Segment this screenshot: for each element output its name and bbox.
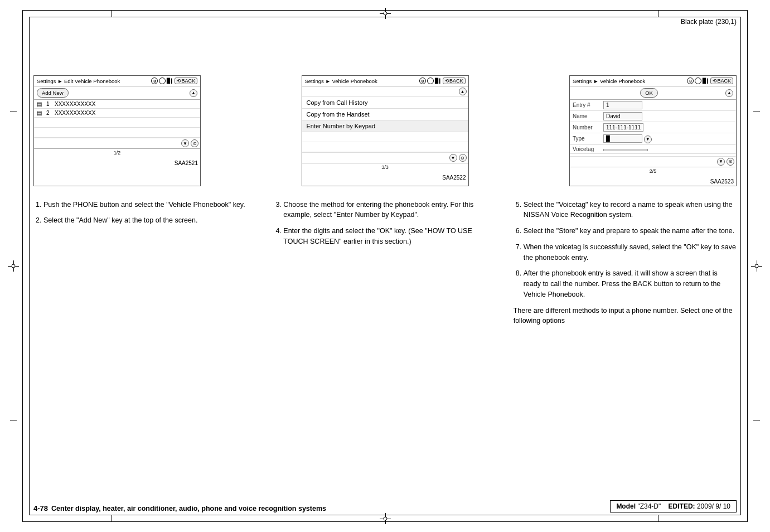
entry1-name: XXXXXXXXXXX bbox=[55, 101, 95, 107]
screen2-scroll-area: ▼ ⊙ bbox=[302, 152, 468, 163]
back-icon[interactable]: ⟲BACK bbox=[175, 78, 197, 84]
add-new-button[interactable]: Add New bbox=[37, 88, 69, 98]
footer-bar: 4-78 Center display, heater, air conditi… bbox=[33, 500, 737, 512]
entry-row-1[interactable]: ▤ 1 XXXXXXXXXXX bbox=[34, 100, 200, 109]
crosshair-bottom-center bbox=[380, 513, 391, 524]
screen1-icons: 8 ▉ ▎ ⟲BACK bbox=[151, 78, 197, 84]
scroll-home-btn-screen1[interactable]: ⊙ bbox=[191, 139, 198, 147]
field-type-value[interactable]: ▉ bbox=[603, 134, 642, 143]
screen3-saa: SAA2523 bbox=[570, 177, 736, 186]
tick-left-top bbox=[10, 112, 17, 112]
screen2-up-area: ▲ bbox=[302, 86, 468, 97]
footer-page-info: 4-78 Center display, heater, air conditi… bbox=[33, 504, 326, 512]
back-icon2[interactable]: ⟲BACK bbox=[443, 78, 466, 84]
entry2-icon: ▤ bbox=[37, 110, 45, 116]
screen3: Settings ► Vehicle Phonebook 8 ▉ ▎ ⟲BACK… bbox=[569, 75, 737, 186]
screen1-page-num: 1/2 bbox=[34, 148, 200, 157]
screen1-header-left: Settings ► Edit Vehicle Phonebook bbox=[37, 78, 120, 84]
screen3-icons: 8 ▉ ▎ ⟲BACK bbox=[687, 78, 733, 84]
entry-row-empty1 bbox=[34, 118, 200, 128]
screen3-page-num: 2/5 bbox=[570, 167, 736, 175]
scroll-up-btn-screen1[interactable]: ▲ bbox=[190, 89, 197, 97]
circle-icon2 bbox=[427, 78, 434, 84]
instructions-columns: Push the PHONE button and select the "Ve… bbox=[33, 200, 737, 331]
instruction-item-1: Push the PHONE button and select the "Ve… bbox=[43, 200, 256, 210]
crosshair-right-center bbox=[751, 260, 762, 272]
menu-item-keypad[interactable]: Enter Number by Keypad bbox=[302, 120, 468, 132]
signal-bars-icon3: ▎ bbox=[707, 79, 709, 84]
page-description: Center display, heater, air conditioner,… bbox=[51, 505, 326, 512]
page-inner-left bbox=[29, 17, 30, 515]
page-border-right bbox=[747, 10, 748, 522]
field-number-value[interactable]: 111-111-1111 bbox=[603, 123, 643, 132]
tick-bottom-left bbox=[112, 515, 112, 522]
menu-empty2 bbox=[302, 142, 468, 152]
scroll-home-btn-screen3[interactable]: ⊙ bbox=[727, 158, 734, 166]
instruction-item-6: Select the "Store" key and prepare to sp… bbox=[524, 226, 737, 236]
scroll-down-btn-screen3[interactable]: ▼ bbox=[717, 158, 725, 166]
screen2-page-num: 3/3 bbox=[302, 163, 468, 171]
field-name-label: Name bbox=[570, 111, 600, 122]
field-name: Name David bbox=[570, 111, 736, 122]
menu-item-call-history[interactable]: Copy from Call History bbox=[302, 97, 468, 109]
instruction-list-2: Choose the method for entering the phone… bbox=[273, 200, 496, 247]
model-label: Model bbox=[616, 502, 636, 510]
screen2-header: Settings ► Vehicle Phonebook 8 ▉ ▎ ⟲BACK bbox=[302, 76, 468, 86]
screen1: Settings ► Edit Vehicle Phonebook 8 ▉ ▎ … bbox=[33, 75, 201, 186]
type-scroll-down[interactable]: ▼ bbox=[644, 136, 652, 143]
page-inner-right bbox=[740, 17, 741, 515]
instruction-item-5: Select the "Voicetag" key to record a na… bbox=[524, 200, 737, 221]
field-name-value[interactable]: David bbox=[603, 112, 642, 120]
instruction-item-8: After the phonebook entry is saved, it w… bbox=[524, 268, 737, 299]
signal-bars-icon: ▎ bbox=[171, 79, 173, 84]
edited-label: EDITED: bbox=[669, 502, 695, 510]
footer-model-box: Model "Z34-D" EDITED: 2009/ 9/ 10 bbox=[610, 500, 737, 512]
tick-bottom-right bbox=[658, 515, 658, 522]
edited-date: 2009/ 9/ 10 bbox=[697, 502, 730, 510]
model-code: "Z34-D" bbox=[637, 502, 661, 510]
field-voicetag-value[interactable] bbox=[603, 149, 648, 151]
screens-row: Settings ► Edit Vehicle Phonebook 8 ▉ ▎ … bbox=[33, 75, 737, 186]
screen3-header: Settings ► Vehicle Phonebook 8 ▉ ▎ ⟲BACK bbox=[570, 76, 736, 86]
entry-row-empty2 bbox=[34, 128, 200, 138]
scroll-up-btn-screen2[interactable]: ▲ bbox=[459, 88, 467, 95]
screen1-scroll-area: ▼ ⊙ bbox=[34, 138, 200, 148]
instruction-col3: Select the "Voicetag" key to record a na… bbox=[514, 200, 737, 331]
menu-item-handset[interactable]: Copy from the Handset bbox=[302, 109, 468, 120]
screen3-header-left: Settings ► Vehicle Phonebook bbox=[573, 78, 645, 84]
scroll-up-btn-screen3[interactable]: ▲ bbox=[725, 89, 733, 97]
field-entry-num-value: 1 bbox=[603, 101, 642, 109]
instruction-item-4: Enter the digits and select the "OK" key… bbox=[283, 226, 496, 247]
field-entry-num: Entry # 1 bbox=[570, 100, 736, 111]
scroll-down-btn-screen2[interactable]: ▼ bbox=[449, 154, 457, 162]
scroll-down-btn-screen1[interactable]: ▼ bbox=[181, 139, 189, 147]
bt-icon2: 8 bbox=[419, 78, 426, 84]
extra-text: There are different methods to input a p… bbox=[514, 306, 737, 327]
entry2-name: XXXXXXXXXXX bbox=[55, 110, 95, 116]
bt-icon: 8 bbox=[151, 78, 158, 84]
entry-row-2[interactable]: ▤ 2 XXXXXXXXXXX bbox=[34, 109, 200, 118]
page-number: 4-78 bbox=[33, 504, 48, 512]
tick-left-bottom bbox=[10, 420, 17, 420]
tick-right-bottom bbox=[753, 420, 760, 420]
signal-icon: ▉ bbox=[167, 78, 170, 84]
tick-right-top bbox=[753, 112, 760, 112]
instruction-col1: Push the PHONE button and select the "Ve… bbox=[33, 200, 256, 331]
ok-button[interactable]: OK bbox=[640, 88, 658, 98]
signal-icon3: ▉ bbox=[703, 78, 706, 84]
entry-info-table: Entry # 1 Name David Number 111-111-1111… bbox=[570, 100, 736, 154]
tick-top-left bbox=[112, 10, 112, 17]
scroll-home-btn-screen2[interactable]: ⊙ bbox=[459, 154, 467, 162]
screen2: Settings ► Vehicle Phonebook 8 ▉ ▎ ⟲BACK… bbox=[302, 75, 469, 186]
screen2-icons: 8 ▉ ▎ ⟲BACK bbox=[419, 78, 466, 84]
circle-icon bbox=[159, 78, 166, 84]
instruction-item-2: Select the "Add New" key at the top of t… bbox=[43, 215, 256, 226]
page-border-left bbox=[22, 10, 23, 522]
tick-top-right bbox=[658, 10, 658, 17]
instruction-list-3: Select the "Voicetag" key to record a na… bbox=[514, 200, 737, 300]
plate-info: Black plate (230,1) bbox=[681, 18, 737, 26]
field-number: Number 111-111-1111 bbox=[570, 122, 736, 133]
screen1-add-row: Add New ▲ bbox=[34, 86, 200, 100]
back-icon3[interactable]: ⟲BACK bbox=[710, 78, 733, 84]
signal-bars-icon2: ▎ bbox=[439, 79, 442, 84]
